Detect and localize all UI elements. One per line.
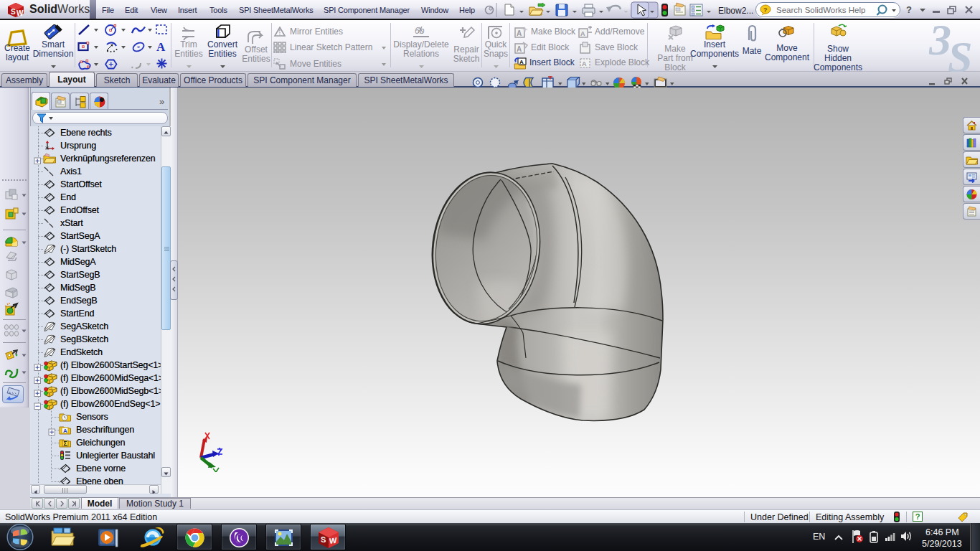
svg-text:A: A	[519, 59, 524, 65]
svg-text:W: W	[329, 536, 337, 545]
svg-text:?: ?	[763, 6, 768, 14]
svg-text:A: A	[517, 45, 522, 53]
svg-text:A: A	[517, 29, 522, 37]
svg-text:A: A	[580, 30, 585, 37]
svg-text:A: A	[63, 428, 67, 434]
svg-text:W: W	[17, 9, 24, 17]
svg-text:S: S	[321, 535, 326, 545]
svg-text:Σ: Σ	[64, 440, 67, 447]
svg-text:S: S	[11, 8, 16, 16]
svg-text:S: S	[948, 32, 972, 73]
svg-text:A: A	[582, 60, 587, 67]
svg-text:!: !	[278, 28, 280, 33]
